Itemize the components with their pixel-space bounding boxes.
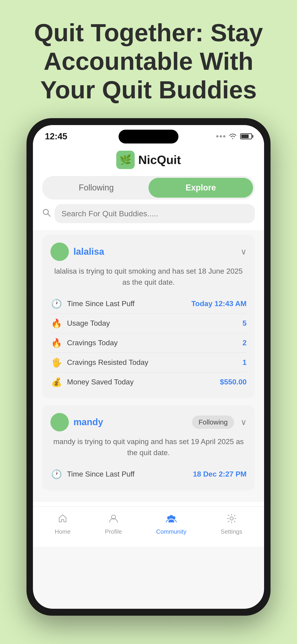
dynamic-island — [118, 130, 178, 144]
hero-section: Quit Together: Stay Accountable With You… — [0, 0, 297, 118]
stat-value-cravings: 2 — [242, 338, 246, 347]
fire-icon-cravings: 🔥 — [50, 338, 62, 348]
stat-cravings-resisted: 🖐️ Cravings Resisted Today 1 — [50, 353, 246, 372]
stat-value-money: $550.00 — [220, 378, 246, 386]
signal-dots — [216, 135, 226, 138]
nav-settings[interactable]: Settings — [221, 513, 242, 535]
nav-home-label: Home — [54, 528, 70, 535]
stat-label-time-mandy: Time Since Last Puff — [67, 470, 188, 478]
home-icon — [57, 513, 68, 526]
status-bar: 12:45 — [33, 125, 264, 144]
stat-label-time: Time Since Last Puff — [67, 300, 187, 308]
card-header-mandy: mandy Following ∨ — [50, 413, 246, 432]
tab-following[interactable]: Following — [44, 178, 148, 198]
app-icon: 🌿 — [116, 151, 135, 169]
card-header-lalalisa: lalalisa ∨ — [50, 242, 246, 261]
svg-point-6 — [230, 517, 233, 520]
stat-label-usage: Usage Today — [67, 319, 238, 328]
stat-cravings-today: 🔥 Cravings Today 2 — [50, 333, 246, 353]
settings-icon — [226, 513, 237, 526]
search-bar — [42, 204, 255, 223]
hand-icon: 🖐️ — [50, 358, 62, 368]
nav-settings-label: Settings — [221, 528, 242, 535]
stat-money-saved: 💰 Money Saved Today $550.00 — [50, 372, 246, 392]
stat-value-time: Today 12:43 AM — [191, 300, 246, 308]
status-time: 12:45 — [45, 132, 67, 142]
clock-icon: 🕐 — [50, 299, 62, 309]
app-content: 🌿 NicQuit Following Explore — [33, 144, 264, 506]
app-header: 🌿 NicQuit — [33, 144, 264, 174]
nav-profile-label: Profile — [105, 528, 122, 535]
nav-profile[interactable]: Profile — [105, 513, 122, 535]
avatar-mandy — [50, 413, 69, 432]
stat-value-time-mandy: 18 Dec 2:27 PM — [193, 470, 246, 478]
nav-community[interactable]: Community — [156, 513, 186, 535]
chevron-down-icon-mandy[interactable]: ∨ — [240, 417, 246, 427]
stat-usage-today: 🔥 Usage Today 5 — [50, 314, 246, 333]
svg-point-5 — [172, 516, 176, 520]
hero-title: Quit Together: Stay Accountable With You… — [14, 18, 283, 104]
battery-icon — [240, 133, 252, 139]
clock-icon-mandy: 🕐 — [50, 469, 62, 479]
phone-frame: 12:45 — [26, 118, 270, 616]
search-input[interactable] — [54, 204, 255, 223]
tab-switcher: Following Explore — [42, 176, 255, 200]
following-button-mandy[interactable]: Following — [192, 416, 234, 429]
status-icons — [216, 133, 252, 140]
phone-screen: 12:45 — [33, 125, 264, 609]
chevron-down-icon[interactable]: ∨ — [240, 247, 246, 256]
nav-home[interactable]: Home — [54, 513, 70, 535]
user-card-lalalisa: lalalisa ∨ lalalisa is trying to quit sm… — [42, 235, 255, 398]
app-name: NicQuit — [138, 153, 181, 167]
stat-label-resisted: Cravings Resisted Today — [67, 358, 238, 367]
users-list: lalalisa ∨ lalalisa is trying to quit sm… — [33, 230, 264, 502]
fire-icon-usage: 🔥 — [50, 318, 62, 328]
stat-value-usage: 5 — [242, 319, 246, 328]
bottom-nav: Home Profile — [33, 506, 264, 547]
stat-time-since-puff-mandy: 🕐 Time Since Last Puff 18 Dec 2:27 PM — [50, 464, 246, 484]
user-card-mandy: mandy Following ∨ mandy is trying to qui… — [42, 405, 255, 490]
user-description-mandy: mandy is trying to quit vaping and has s… — [50, 436, 246, 458]
stat-time-since-puff: 🕐 Time Since Last Puff Today 12:43 AM — [50, 294, 246, 314]
avatar-lalalisa — [50, 242, 69, 261]
svg-line-1 — [48, 214, 50, 216]
stats-list-lalalisa: 🕐 Time Since Last Puff Today 12:43 AM 🔥 … — [50, 294, 246, 392]
stat-label-cravings: Cravings Today — [67, 338, 238, 347]
profile-icon — [108, 513, 119, 526]
stats-list-mandy: 🕐 Time Since Last Puff 18 Dec 2:27 PM — [50, 464, 246, 484]
username-mandy: mandy — [74, 417, 188, 427]
community-icon — [166, 513, 176, 526]
tab-explore[interactable]: Explore — [148, 178, 253, 198]
stat-label-money: Money Saved Today — [67, 378, 215, 386]
money-icon: 💰 — [50, 377, 62, 387]
username-lalalisa: lalalisa — [74, 246, 234, 257]
user-description-lalalisa: lalalisa is trying to quit smoking and h… — [50, 266, 246, 288]
search-icon — [42, 208, 51, 219]
wifi-icon — [228, 133, 237, 140]
nav-community-label: Community — [156, 528, 186, 535]
stat-value-resisted: 1 — [242, 358, 246, 367]
